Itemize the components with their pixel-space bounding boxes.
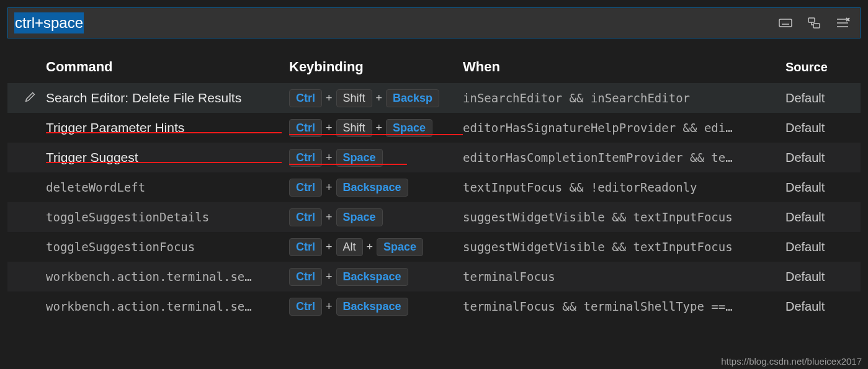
annotation-underline	[289, 134, 463, 135]
command-cell: workbench.action.terminal.se…	[46, 270, 289, 284]
command-text: toggleSuggestionDetails	[46, 210, 209, 224]
table-row[interactable]: workbench.action.terminal.se…Ctrl+Backsp…	[7, 291, 861, 321]
keybinding-cell: Ctrl+Backspace	[289, 268, 463, 286]
svg-rect-6	[808, 18, 815, 22]
key-plus: +	[326, 300, 333, 313]
source-cell: Default	[785, 151, 861, 165]
search-input-value: ctrl+space	[14, 12, 84, 33]
clear-search-icon[interactable]	[834, 14, 851, 32]
table-row[interactable]: Trigger Parameter HintsCtrl+Shift+Spacee…	[7, 113, 861, 143]
col-command-header[interactable]: Command	[46, 59, 289, 75]
command-cell: Trigger Parameter Hints	[46, 120, 289, 135]
command-text: deleteWordLeft	[46, 180, 145, 194]
keybinding-cell: Ctrl+Space	[289, 149, 463, 167]
key-ctrl: Ctrl	[289, 89, 322, 107]
annotation-underline	[46, 162, 282, 163]
key-ctrl: Ctrl	[289, 208, 322, 226]
when-cell: suggestWidgetVisible && textInputFocus	[463, 240, 785, 254]
source-cell: Default	[785, 180, 861, 195]
edit-icon[interactable]	[24, 90, 37, 107]
key-plus: +	[326, 241, 333, 254]
command-cell: workbench.action.terminal.se…	[46, 300, 289, 314]
table-row[interactable]: Trigger SuggestCtrl+SpaceeditorHasComple…	[7, 143, 861, 172]
keybinding-cell: Ctrl+Space	[289, 208, 463, 226]
source-cell: Default	[785, 300, 861, 314]
table-row[interactable]: Search Editor: Delete File ResultsCtrl+S…	[7, 83, 861, 113]
key-plus: +	[376, 122, 383, 135]
keybinding-cell: Ctrl+Shift+Backsp	[289, 89, 463, 107]
key-plus: +	[326, 181, 333, 194]
watermark: https://blog.csdn.net/blueicex2017	[721, 356, 862, 367]
sort-precedence-icon[interactable]	[805, 14, 823, 32]
search-bar: ctrl+space	[7, 7, 861, 38]
key-space: Space	[377, 238, 423, 256]
command-cell: Search Editor: Delete File Results	[46, 91, 289, 105]
col-keybinding-header[interactable]: Keybinding	[289, 59, 463, 75]
when-cell: inSearchEditor && inSearchEditor	[463, 91, 785, 105]
svg-rect-0	[779, 19, 792, 27]
svg-rect-7	[813, 24, 820, 28]
key-backspace: Backspace	[336, 298, 408, 316]
search-actions	[777, 14, 860, 32]
key-space: Space	[336, 208, 383, 226]
source-cell: Default	[785, 270, 861, 284]
when-cell: editorHasCompletionItemProvider && te…	[463, 151, 785, 164]
col-source-header[interactable]: Source	[785, 60, 861, 74]
command-cell: Trigger Suggest	[46, 150, 289, 165]
keybinding-cell: Ctrl+Backspace	[289, 179, 463, 197]
key-backspace: Backspace	[336, 268, 408, 286]
command-text: workbench.action.terminal.se…	[46, 270, 252, 283]
source-cell: Default	[785, 121, 861, 135]
command-text: workbench.action.terminal.se…	[46, 300, 252, 313]
command-cell: deleteWordLeft	[46, 180, 289, 195]
when-cell: editorHasSignatureHelpProvider && edi…	[463, 121, 785, 135]
key-shift: Shift	[336, 89, 372, 107]
key-ctrl: Ctrl	[289, 268, 322, 286]
source-cell: Default	[785, 240, 861, 254]
key-ctrl: Ctrl	[289, 179, 322, 197]
table-row[interactable]: workbench.action.terminal.se…Ctrl+Backsp…	[7, 262, 861, 291]
command-cell: toggleSuggestionFocus	[46, 240, 289, 254]
when-cell: terminalFocus	[463, 270, 785, 283]
key-plus: +	[326, 122, 333, 135]
record-keys-icon[interactable]	[777, 14, 794, 32]
key-plus: +	[326, 270, 333, 283]
command-text: Search Editor: Delete File Results	[46, 91, 241, 105]
when-cell: terminalFocus && terminalShellType ==…	[463, 300, 785, 313]
command-cell: toggleSuggestionDetails	[46, 210, 289, 225]
table-header: Command Keybinding When Source	[7, 51, 861, 83]
key-backsp: Backsp	[386, 89, 439, 107]
table-row[interactable]: deleteWordLeftCtrl+BackspacetextInputFoc…	[7, 172, 861, 202]
key-plus: +	[326, 92, 333, 105]
source-cell: Default	[785, 210, 861, 225]
when-cell: suggestWidgetVisible && textInputFocus	[463, 210, 785, 224]
command-text: toggleSuggestionFocus	[46, 240, 195, 254]
col-when-header[interactable]: When	[463, 59, 785, 75]
key-plus: +	[326, 151, 333, 164]
key-alt: Alt	[336, 238, 363, 256]
key-backspace: Backspace	[336, 179, 408, 197]
key-plus: +	[376, 92, 383, 105]
key-plus: +	[326, 211, 333, 224]
key-ctrl: Ctrl	[289, 298, 322, 316]
table-row[interactable]: toggleSuggestionFocusCtrl+Alt+Spacesugge…	[7, 232, 861, 262]
annotation-underline	[46, 132, 282, 133]
key-plus: +	[367, 241, 374, 254]
when-cell: textInputFocus && !editorReadonly	[463, 180, 785, 194]
key-ctrl: Ctrl	[289, 238, 322, 256]
keybindings-table: Command Keybinding When Source Search Ed…	[7, 51, 861, 321]
table-row[interactable]: toggleSuggestionDetailsCtrl+Spacesuggest…	[7, 202, 861, 232]
keybinding-cell: Ctrl+Alt+Space	[289, 238, 463, 256]
keybinding-cell: Ctrl+Shift+Space	[289, 119, 463, 137]
search-input[interactable]: ctrl+space	[8, 8, 777, 38]
source-cell: Default	[785, 91, 861, 105]
keybinding-cell: Ctrl+Backspace	[289, 298, 463, 316]
annotation-underline	[289, 164, 407, 165]
